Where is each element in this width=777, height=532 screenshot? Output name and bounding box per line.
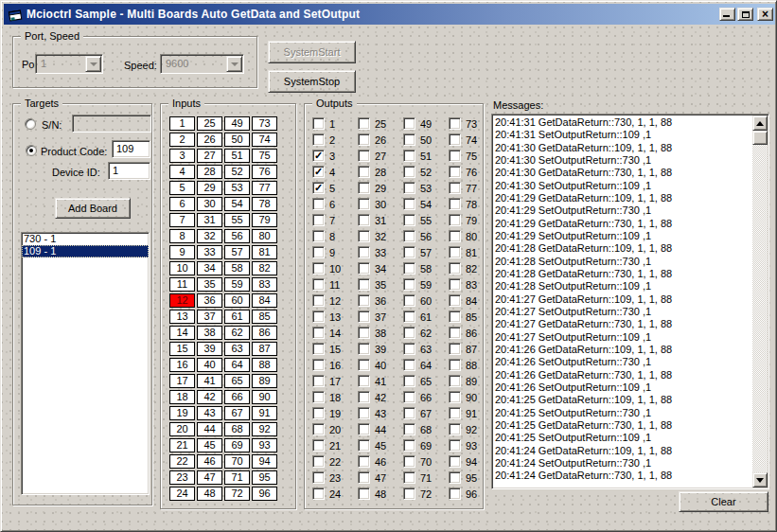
output-checkbox-10[interactable] — [312, 262, 325, 275]
output-checkbox-96[interactable] — [449, 488, 461, 500]
board-list-item[interactable]: 109 - 1 — [22, 245, 149, 257]
maximize-button-icon[interactable] — [737, 8, 753, 21]
add-board-button[interactable]: Add Board — [55, 198, 131, 219]
output-checkbox-54[interactable] — [403, 198, 415, 210]
output-checkbox-80[interactable] — [449, 230, 461, 242]
output-checkbox-48[interactable] — [358, 488, 370, 500]
output-checkbox-76[interactable] — [449, 166, 461, 178]
output-checkbox-61[interactable] — [403, 310, 415, 323]
output-checkbox-63[interactable] — [403, 343, 415, 355]
output-checkbox-57[interactable] — [403, 246, 415, 258]
output-checkbox-31[interactable] — [358, 214, 370, 226]
output-checkbox-86[interactable] — [449, 327, 461, 339]
output-checkbox-43[interactable] — [358, 407, 370, 419]
board-list-item[interactable]: 730 - 1 — [22, 233, 149, 245]
output-checkbox-84[interactable] — [449, 294, 461, 307]
output-checkbox-67[interactable] — [403, 407, 415, 419]
output-checkbox-56[interactable] — [403, 230, 415, 242]
output-checkbox-90[interactable] — [449, 391, 461, 403]
output-checkbox-29[interactable] — [358, 182, 370, 194]
output-checkbox-81[interactable] — [449, 246, 461, 258]
output-checkbox-23[interactable] — [312, 471, 325, 484]
output-checkbox-60[interactable] — [403, 294, 415, 307]
minimize-button-icon[interactable] — [719, 8, 735, 21]
output-checkbox-66[interactable] — [403, 391, 415, 403]
output-checkbox-18[interactable] — [312, 391, 325, 403]
output-checkbox-19[interactable] — [312, 407, 325, 419]
output-checkbox-1[interactable] — [312, 117, 325, 130]
output-checkbox-8[interactable] — [312, 230, 325, 242]
output-checkbox-85[interactable] — [449, 310, 461, 323]
output-checkbox-9[interactable] — [312, 246, 325, 258]
output-checkbox-95[interactable] — [449, 471, 461, 484]
clear-button[interactable]: Clear — [679, 491, 768, 512]
scroll-up-icon[interactable] — [752, 115, 768, 131]
output-checkbox-53[interactable] — [403, 182, 415, 194]
output-checkbox-64[interactable] — [403, 359, 415, 371]
output-checkbox-44[interactable] — [358, 423, 370, 435]
output-checkbox-77[interactable] — [449, 182, 461, 194]
output-checkbox-6[interactable] — [312, 198, 325, 210]
output-checkbox-41[interactable] — [358, 375, 370, 387]
output-checkbox-12[interactable] — [312, 294, 325, 307]
output-checkbox-55[interactable] — [403, 214, 415, 226]
output-checkbox-59[interactable] — [403, 278, 415, 291]
output-checkbox-93[interactable] — [449, 439, 461, 452]
output-checkbox-40[interactable] — [358, 359, 370, 371]
output-checkbox-52[interactable] — [403, 166, 415, 178]
output-checkbox-38[interactable] — [358, 327, 370, 339]
output-checkbox-3[interactable] — [312, 150, 325, 162]
output-checkbox-26[interactable] — [358, 133, 370, 146]
output-checkbox-13[interactable] — [312, 310, 325, 323]
output-checkbox-70[interactable] — [403, 455, 415, 468]
output-checkbox-74[interactable] — [449, 133, 461, 146]
product-code-radio[interactable] — [26, 145, 37, 156]
output-checkbox-49[interactable] — [403, 117, 415, 130]
output-checkbox-28[interactable] — [358, 166, 370, 178]
output-checkbox-32[interactable] — [358, 230, 370, 242]
scroll-down-icon[interactable] — [752, 472, 768, 488]
output-checkbox-47[interactable] — [358, 471, 370, 484]
output-checkbox-22[interactable] — [312, 455, 325, 468]
output-checkbox-94[interactable] — [449, 455, 461, 468]
output-checkbox-11[interactable] — [312, 278, 325, 291]
output-checkbox-50[interactable] — [403, 133, 415, 146]
output-checkbox-78[interactable] — [449, 198, 461, 210]
output-checkbox-42[interactable] — [358, 391, 370, 403]
output-checkbox-79[interactable] — [449, 214, 461, 226]
output-checkbox-82[interactable] — [449, 262, 461, 275]
output-checkbox-51[interactable] — [403, 150, 415, 162]
output-checkbox-36[interactable] — [358, 294, 370, 307]
output-checkbox-5[interactable] — [312, 182, 325, 194]
output-checkbox-21[interactable] — [312, 439, 325, 452]
output-checkbox-33[interactable] — [358, 246, 370, 258]
output-checkbox-2[interactable] — [312, 133, 325, 146]
output-checkbox-83[interactable] — [449, 278, 461, 291]
device-id-input[interactable]: 1 — [108, 162, 150, 180]
output-checkbox-92[interactable] — [449, 423, 461, 435]
output-checkbox-45[interactable] — [358, 439, 370, 452]
output-checkbox-71[interactable] — [403, 471, 415, 484]
output-checkbox-72[interactable] — [403, 488, 415, 500]
output-checkbox-75[interactable] — [449, 150, 461, 162]
output-checkbox-68[interactable] — [403, 423, 415, 435]
messages-scrollbar[interactable] — [752, 115, 768, 488]
output-checkbox-62[interactable] — [403, 327, 415, 339]
output-checkbox-69[interactable] — [403, 439, 415, 452]
output-checkbox-4[interactable] — [312, 166, 325, 178]
output-checkbox-27[interactable] — [358, 150, 370, 162]
output-checkbox-14[interactable] — [312, 327, 325, 339]
board-list[interactable]: 730 - 1109 - 1 — [21, 232, 150, 495]
output-checkbox-34[interactable] — [358, 262, 370, 275]
output-checkbox-39[interactable] — [358, 343, 370, 355]
output-checkbox-15[interactable] — [312, 343, 325, 355]
output-checkbox-7[interactable] — [312, 214, 325, 226]
output-checkbox-20[interactable] — [312, 423, 325, 435]
output-checkbox-35[interactable] — [358, 278, 370, 291]
output-checkbox-65[interactable] — [403, 375, 415, 387]
sn-radio[interactable] — [25, 118, 36, 130]
output-checkbox-89[interactable] — [449, 375, 461, 387]
output-checkbox-25[interactable] — [358, 117, 370, 130]
scrollbar-thumb[interactable] — [752, 131, 768, 145]
output-checkbox-37[interactable] — [358, 310, 370, 323]
